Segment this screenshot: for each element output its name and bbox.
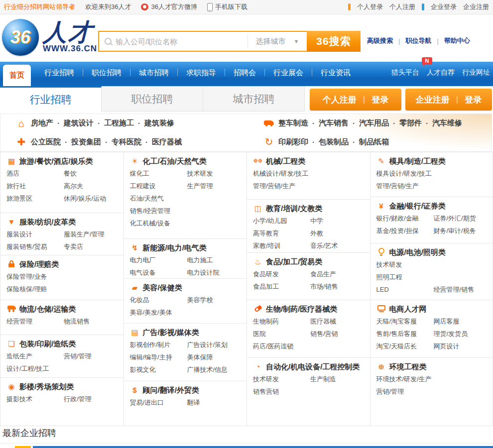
category-title[interactable]: ▤广告/影视/媒体类	[130, 327, 243, 338]
category-item-link[interactable]: 影视创作/制片	[130, 338, 187, 351]
category-item-link[interactable]: 电力施工	[187, 254, 213, 266]
category-item-link[interactable]: 服装生产/管理	[64, 228, 105, 240]
category-title[interactable]: ✎模具/制造/工程类	[376, 155, 489, 167]
company-register-button[interactable]: 企业注册 | 登录	[405, 89, 492, 111]
featured-link[interactable]: 公立医院	[31, 137, 61, 147]
site-logo[interactable]: 36 人才 WWW.36.CN	[2, 19, 97, 56]
category-item-link[interactable]: 理货/发货员	[434, 328, 468, 340]
featured-link[interactable]: 整车制造	[278, 118, 308, 128]
category-title[interactable]: ▦旅游/餐饮/酒店/娱乐类	[6, 155, 120, 167]
category-item-link[interactable]: 销售营销	[253, 385, 279, 398]
advanced-search-link[interactable]: 高级搜索	[367, 36, 393, 45]
category-item-link[interactable]: 服装设计	[6, 228, 64, 240]
category-item-link[interactable]: 财务/审计/税务	[434, 224, 476, 237]
category-item-link[interactable]: 化工机械/设备	[130, 217, 171, 229]
featured-link[interactable]: 零部件	[399, 118, 422, 128]
featured-link[interactable]: 建筑设计	[64, 118, 94, 128]
category-item-link[interactable]: 旅游景区	[6, 192, 64, 205]
category-title[interactable]: ¥金融/银行/证券类	[376, 200, 489, 212]
featured-link[interactable]: 制品纸箱	[359, 137, 389, 147]
category-item-link[interactable]: 机械设计/研发/技工	[253, 167, 308, 180]
category-item-link[interactable]: 基金/投资/担保	[376, 224, 434, 237]
category-item-link[interactable]: 中学	[310, 215, 323, 227]
category-item-link[interactable]: 市场/销售	[310, 280, 338, 293]
category-item-link[interactable]: 生产管理	[187, 180, 213, 192]
category-item-link[interactable]: 工程建设	[130, 180, 187, 192]
nav-item-7[interactable]: 行业资讯	[312, 67, 359, 78]
category-item-link[interactable]: 管理/营销/生产	[253, 180, 295, 192]
featured-link[interactable]: 房地产	[31, 118, 53, 128]
category-item-link[interactable]: 摄影技术	[6, 393, 64, 405]
nav-item-2[interactable]: 职位招聘	[83, 67, 130, 78]
category-item-link[interactable]: 石油/天然气	[130, 192, 164, 205]
category-title[interactable]: $顾问/翻译/外贸类	[130, 384, 243, 396]
category-title[interactable]: ⊕环境工程类	[376, 361, 489, 373]
category-item-link[interactable]: 药店/医药连锁	[253, 340, 294, 352]
category-item-link[interactable]: 经营管理/销售	[434, 283, 475, 296]
category-item-link[interactable]: 贸易/进出口	[130, 396, 187, 409]
category-item-link[interactable]: 天猫/淘宝客服	[376, 315, 434, 328]
category-item-link[interactable]: 服装销售/贸易	[6, 240, 64, 253]
featured-link[interactable]: 包装制品	[319, 137, 349, 147]
category-item-link[interactable]: 保险核保/理赔	[6, 283, 47, 295]
category-item-link[interactable]: 保险管理/业务	[6, 270, 47, 283]
category-item-link[interactable]: 翻译	[187, 396, 200, 409]
category-item-link[interactable]: 食品生产	[310, 268, 336, 280]
weibo-link[interactable]: 36人才官方微博	[141, 2, 197, 11]
nav-item-3[interactable]: 城市招聘	[130, 67, 177, 78]
category-item-link[interactable]: 销售/营销	[310, 328, 338, 340]
featured-link[interactable]: 工程施工	[104, 118, 134, 128]
category-item-link[interactable]: 电气设备	[130, 266, 187, 279]
category-item-link[interactable]: 休闲/娱乐/运动	[64, 192, 106, 205]
industry-sites-link[interactable]: 行业网址	[462, 68, 490, 77]
category-item-link[interactable]: 煤化工	[130, 167, 187, 180]
category-item-link[interactable]: 营销/管理	[64, 350, 92, 362]
nav-item-home[interactable]: 首页	[3, 65, 31, 86]
featured-link[interactable]: 建筑装修	[144, 118, 174, 128]
featured-link[interactable]: 医疗器械	[152, 137, 182, 147]
talent-recommend-link[interactable]: 人才自荐	[427, 68, 455, 77]
personal-login-link[interactable]: 个人登录	[357, 2, 383, 11]
category-item-link[interactable]: 专卖店	[64, 240, 83, 253]
nav-item-1[interactable]: 行业招聘	[36, 67, 83, 78]
category-item-link[interactable]: 食品加工	[253, 280, 310, 293]
category-title[interactable]: 生物/制药/医疗器械类	[253, 303, 366, 315]
featured-link[interactable]: 印刷彩印	[278, 137, 308, 147]
nav-item-6[interactable]: 行业展会	[265, 67, 312, 78]
featured-link[interactable]: 汽车用品	[359, 118, 389, 128]
category-title[interactable]: ♨食品/加工/贸易类	[253, 256, 366, 268]
category-item-link[interactable]: 医院	[253, 328, 310, 340]
category-item-link[interactable]: 高尔夫	[64, 180, 83, 192]
tab-industry-jobs[interactable]: 行业招聘	[0, 86, 102, 112]
category-item-link[interactable]: 网页设计	[434, 340, 460, 352]
category-item-link[interactable]: 广播技术/信息	[187, 363, 228, 376]
tab-city-jobs[interactable]: 城市招聘	[203, 86, 305, 112]
category-item-link[interactable]: 模具设计/研发/技工	[376, 167, 432, 180]
nav-item-5[interactable]: 招聘会	[225, 67, 264, 78]
category-item-link[interactable]: 网店客服	[434, 315, 460, 328]
category-item-link[interactable]: 医疗器械	[310, 315, 336, 328]
tab-position-jobs[interactable]: 职位招聘	[102, 86, 203, 112]
category-title[interactable]: ◔自动化/机电设备/工程控制类	[253, 361, 366, 373]
category-item-link[interactable]: 银行/财政/金融	[376, 212, 434, 224]
category-item-link[interactable]: 生物制药	[253, 315, 310, 328]
category-title[interactable]: 物流/仓储/运输类	[6, 303, 120, 315]
category-title[interactable]: ❁❁机械/工程类	[253, 155, 366, 167]
category-item-link[interactable]: 行政/管理	[64, 393, 92, 405]
mobile-download-link[interactable]: 手机版下载	[207, 2, 247, 11]
category-item-link[interactable]: 化妆品	[130, 294, 187, 306]
category-title[interactable]: 电商人才网	[376, 303, 489, 315]
category-title[interactable]: ☀化工/石油/天然气类	[130, 155, 243, 167]
category-title[interactable]: ▰美容/保健类	[130, 282, 243, 294]
featured-link[interactable]: 专科医院	[112, 137, 141, 147]
category-item-link[interactable]: 技术研发	[253, 373, 310, 385]
job-navigation-link[interactable]: 职位导航	[405, 36, 431, 45]
category-title[interactable]: 电源/电池/照明类	[376, 246, 489, 258]
category-item-link[interactable]: 餐饮	[64, 167, 77, 180]
category-item-link[interactable]: 营销/管理	[376, 385, 404, 398]
personal-register-link[interactable]: 个人注册	[389, 2, 415, 11]
category-item-link[interactable]: 旅行社	[6, 180, 64, 192]
category-item-link[interactable]: 售前/售后客服	[376, 328, 434, 340]
category-item-link[interactable]: 电力电厂	[130, 254, 187, 266]
search-input[interactable]	[112, 32, 247, 51]
